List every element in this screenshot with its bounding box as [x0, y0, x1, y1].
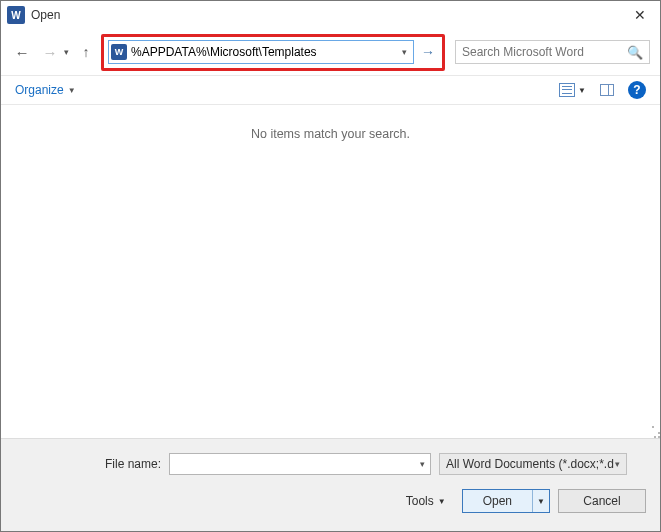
nav-up-button[interactable]: ↑ — [77, 43, 95, 61]
address-go-button[interactable]: → — [418, 42, 438, 62]
nav-back-button[interactable]: ← — [11, 41, 33, 63]
content-resize-grip[interactable] — [637, 411, 655, 429]
chevron-down-icon: ▾ — [615, 459, 620, 469]
tools-menu[interactable]: Tools ▼ — [406, 494, 446, 508]
address-bar[interactable]: W ▾ — [108, 40, 414, 64]
preview-pane-icon — [600, 84, 614, 96]
nav-forward-button[interactable]: → — [39, 41, 61, 63]
nav-history-dropdown[interactable]: ▾ — [64, 47, 69, 57]
filename-input[interactable] — [170, 457, 415, 471]
preview-pane-button[interactable] — [600, 84, 614, 96]
open-dropdown-button[interactable]: ▼ — [533, 490, 549, 512]
file-list-area: No items match your search. — [1, 105, 660, 435]
cancel-button-label: Cancel — [583, 494, 620, 508]
view-options-button[interactable]: ▼ — [559, 83, 586, 97]
search-icon[interactable]: 🔍 — [627, 45, 643, 60]
help-button[interactable]: ? — [628, 81, 646, 99]
window-title: Open — [31, 8, 60, 22]
address-input[interactable] — [131, 45, 398, 59]
footer: File name: ▾ All Word Documents (*.docx;… — [1, 438, 660, 531]
search-input[interactable] — [462, 45, 627, 59]
empty-results-message: No items match your search. — [251, 127, 410, 141]
open-split-button[interactable]: Open ▼ — [462, 489, 550, 513]
nav-row: ← → ▾ ↑ W ▾ → 🔍 — [1, 29, 660, 75]
address-dropdown-icon[interactable]: ▾ — [398, 47, 411, 57]
cancel-button[interactable]: Cancel — [558, 489, 646, 513]
close-button[interactable]: ✕ — [620, 1, 660, 29]
open-button[interactable]: Open — [463, 490, 533, 512]
file-type-filter-label: All Word Documents (*.docx;*.d — [446, 457, 614, 471]
file-type-filter[interactable]: All Word Documents (*.docx;*.d ▾ — [439, 453, 627, 475]
word-location-icon: W — [111, 44, 127, 60]
view-list-icon — [559, 83, 575, 97]
chevron-down-icon: ▼ — [578, 86, 586, 95]
organize-label: Organize — [15, 83, 64, 97]
chevron-down-icon: ▼ — [438, 497, 446, 506]
tools-label: Tools — [406, 494, 434, 508]
titlebar: W Open ✕ — [1, 1, 660, 29]
organize-menu[interactable]: Organize ▼ — [15, 83, 76, 97]
word-app-icon: W — [7, 6, 25, 24]
toolbar: Organize ▼ ▼ ? — [1, 75, 660, 105]
chevron-down-icon[interactable]: ▾ — [415, 459, 430, 469]
address-highlight-box: W ▾ → — [101, 34, 445, 71]
filename-combobox[interactable]: ▾ — [169, 453, 431, 475]
chevron-down-icon: ▼ — [68, 86, 76, 95]
open-button-label: Open — [483, 494, 512, 508]
search-box[interactable]: 🔍 — [455, 40, 650, 64]
filename-label: File name: — [105, 457, 161, 471]
